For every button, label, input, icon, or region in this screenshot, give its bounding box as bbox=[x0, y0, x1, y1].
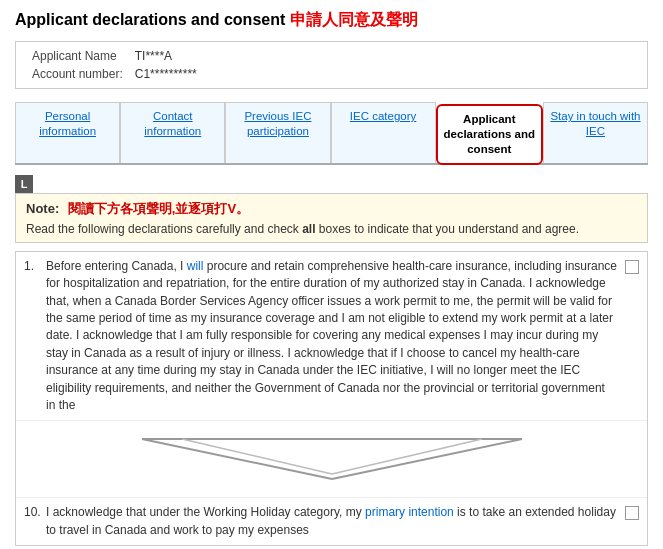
note-box: Note: 閱讀下方各項聲明,並逐項打V。 Read the following… bbox=[15, 193, 648, 243]
account-number-label: Account number: bbox=[26, 65, 129, 83]
skip-arrow-icon bbox=[122, 429, 542, 489]
declaration-number-1: 1. bbox=[24, 258, 46, 273]
declaration-number-10: 10. bbox=[24, 504, 46, 519]
declaration-checkbox-10[interactable] bbox=[625, 506, 639, 520]
page-title-chinese: 申請人同意及聲明 bbox=[290, 11, 418, 28]
tab-personal-information[interactable]: Personal information bbox=[15, 102, 120, 163]
tab-previous-iec[interactable]: Previous IEC participation bbox=[225, 102, 330, 163]
account-number-value: C1********** bbox=[129, 65, 203, 83]
declaration-text-10: I acknowledge that under the Working Hol… bbox=[46, 504, 617, 539]
applicant-info-box: Applicant Name TI****A Account number: C… bbox=[15, 41, 648, 89]
applicant-name-value: TI****A bbox=[129, 47, 203, 65]
tab-contact-information[interactable]: Contact information bbox=[120, 102, 225, 163]
tab-iec-category[interactable]: IEC category bbox=[331, 102, 436, 163]
note-section: L Note: 閱讀下方各項聲明,並逐項打V。 Read the followi… bbox=[15, 175, 648, 243]
declaration-item-1: 1. Before entering Canada, I will procur… bbox=[16, 252, 647, 422]
declarations-section: 1. Before entering Canada, I will procur… bbox=[15, 251, 648, 546]
tab-stay-in-touch[interactable]: Stay in touch with IEC bbox=[543, 102, 648, 163]
svg-line-0 bbox=[142, 439, 332, 479]
note-label: Note: bbox=[26, 201, 59, 216]
tab-applicant-declarations[interactable]: Applicant declarations and consent bbox=[436, 104, 543, 165]
page-wrapper: Applicant declarations and consent 申請人同意… bbox=[0, 0, 663, 549]
page-title: Applicant declarations and consent 申請人同意… bbox=[15, 10, 648, 31]
page-title-english: Applicant declarations and consent bbox=[15, 11, 285, 28]
navigation-tabs: Personal information Contact information… bbox=[15, 102, 648, 165]
svg-line-4 bbox=[332, 439, 482, 474]
applicant-name-label: Applicant Name bbox=[26, 47, 129, 65]
note-header-icon: L bbox=[21, 178, 28, 190]
svg-line-1 bbox=[332, 439, 522, 479]
declaration-item-10: 10. I acknowledge that under the Working… bbox=[16, 498, 647, 545]
note-english-text: Read the following declarations carefull… bbox=[26, 222, 637, 236]
svg-line-3 bbox=[182, 439, 332, 474]
declaration-text-1: Before entering Canada, I will procure a… bbox=[46, 258, 617, 415]
note-chinese-text: 閱讀下方各項聲明,並逐項打V。 bbox=[68, 201, 249, 216]
arrow-section bbox=[16, 421, 647, 498]
declaration-checkbox-1[interactable] bbox=[625, 260, 639, 274]
